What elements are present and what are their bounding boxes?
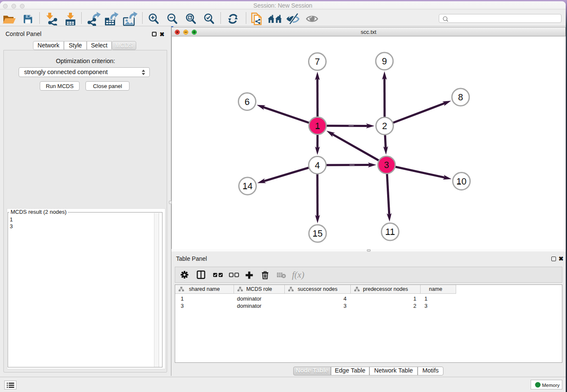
svg-text:2: 2 <box>382 121 387 131</box>
svg-text:1: 1 <box>315 121 320 131</box>
svg-text:8: 8 <box>458 92 463 102</box>
svg-text:14: 14 <box>242 181 253 191</box>
svg-text:10: 10 <box>457 177 467 187</box>
svg-text:15: 15 <box>313 229 323 239</box>
svg-text:4: 4 <box>315 160 320 171</box>
svg-text:11: 11 <box>385 227 395 237</box>
svg-text:3: 3 <box>384 160 389 170</box>
svg-text:9: 9 <box>382 56 387 66</box>
svg-text:6: 6 <box>245 97 250 107</box>
svg-text:7: 7 <box>315 57 320 67</box>
